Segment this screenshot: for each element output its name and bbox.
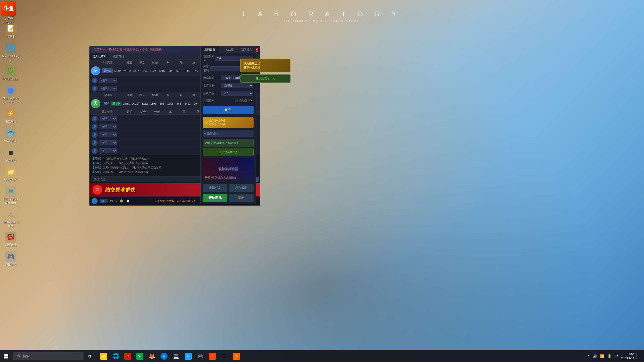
password-label: 设置密码 [203,65,210,72]
app8-icon: ! [209,353,216,360]
qq-icon: Q [185,353,192,360]
wechat-icon: W [136,353,143,360]
taskbar-game1[interactable]: G [122,350,134,362]
team-slot-dd-5[interactable]: 打开 [99,148,117,153]
douyu-logo-area[interactable]: 斗鱼 房间号 4317756 [1,1,16,24]
team-slot-dd-4[interactable]: 打开 [99,140,117,145]
slot-dropdown-1[interactable]: 打开 [99,78,117,83]
desktop-icon-img: 🛡 [5,65,16,76]
desktop-icon-item4[interactable]: 🛡 360安全卫士 [1,64,21,82]
task-view-button[interactable]: ⧉ [84,350,96,362]
desktop-icon-img: 🌐 [5,42,16,54]
desktop-icon-item11[interactable]: △ TRIANGLE 三角族 [1,207,21,229]
team-slot-icon-5: 👤 [92,148,98,154]
team-slot-dd-2[interactable]: 打开 [99,124,117,129]
team-slot-dd-1[interactable]: 打开 [99,116,117,121]
auto-start-label: 自动开局▶ [239,99,253,102]
taskbar-chrome[interactable]: 🌐 [110,350,122,362]
game-mode-badge: 🎮 [110,199,113,203]
desktop-icon-item12[interactable]: 👹 暗黑传说 [1,230,21,248]
explorer-icon: 📁 [100,353,107,360]
team-slot-dd-3[interactable]: 打开 [99,132,117,137]
enemy-name: 天啸·1 [102,102,109,105]
desktop-icon-item13[interactable]: 🎮 腾讯游戏 [1,250,21,268]
enemy-stat1: 1132 [141,102,148,105]
taskbar-explorer[interactable]: 📁 [98,350,110,362]
tray-lang[interactable]: 中 [614,353,619,359]
tray-volume[interactable]: 🔊 [592,353,598,359]
taskbar-qq[interactable]: Q [182,350,194,362]
taskbar-app3[interactable]: 🦊 [146,350,158,362]
desktop-icon-img: 📝 [5,23,16,34]
desktop-icon-item5[interactable]: ⬤ Google Chrome [1,83,21,105]
tab-recent-room[interactable]: 近7天房间 [90,53,109,60]
clock-time: 7:55 [621,352,634,356]
tab-grow-hero[interactable]: 成长英雄 [109,53,128,60]
toggle-checkbox[interactable] [235,99,238,102]
my-stat2: 1609 [141,69,148,72]
share-button[interactable]: 发布截图 [229,184,254,192]
taskbar-app8[interactable]: ! [206,350,218,362]
my-stat3: 1627 [149,69,156,72]
range-select[interactable]: ≤18 [221,91,253,96]
toggle-row: 开启数问 自动开局▶ [201,97,256,104]
app3-icon: 🦊 [148,353,155,360]
taskbar-edge[interactable]: e [158,350,170,362]
taskbar-search[interactable]: 🔍 搜索 [13,352,84,360]
taskbar-wechat[interactable]: W [134,350,146,362]
tab-personal-stats[interactable]: 个人战绩 [219,46,237,53]
desktop-icon-img: ⚡ [5,108,16,119]
desktop-icon-label: 腾讯游戏 [5,263,16,266]
game1-icon: G [124,353,131,360]
taskbar-app9[interactable]: 🛡 [218,350,230,362]
rec-box-right[interactable]: 建议您实名个人 [240,74,291,83]
limit-select[interactable]: 无限制 [221,83,253,88]
my-delay: 53ms [114,69,121,72]
desktop-icon-item3[interactable]: 🌐 Microsoft Edge [1,41,21,63]
start-menu-button[interactable] [0,350,12,362]
taskbar-app7[interactable]: 🎮 [194,350,206,362]
my-team-label: 天文年段 [102,110,122,114]
enemy-avatar: 天 [91,99,100,108]
window-live-label: 当前主机 [150,48,162,51]
inner-notice-text: 内置界面功能,如去配完选！ [205,141,251,145]
tab-room-settings[interactable]: 房间设置 [201,46,219,53]
desktop-icon-item9[interactable]: 📁 新建文件夹 [1,165,21,183]
desktop-icon-item10[interactable]: 🖥 Dell Display Manager [1,184,21,206]
show-desktop[interactable]: ▫ [636,353,641,359]
notif-box[interactable]: 成为新锐会员 尊享非凡特权 [240,59,291,72]
start-button[interactable]: 开始游戏 [203,194,227,202]
limit-label: 名将限制 [203,84,221,87]
lab-title: L A B O R A T O R Y [0,10,644,18]
svg-rect-2 [4,356,6,358]
my-player-avatar: 骑 [91,66,100,75]
windows-icon [4,354,9,359]
col-level: 综合 [137,61,147,64]
slot-dropdown-2[interactable]: 打开 [99,86,117,91]
rec-box[interactable]: 建议您实名个人 [203,148,254,156]
confirm-button[interactable]: 确定 [203,106,254,114]
tray-network[interactable]: 📶 [599,353,605,359]
system-clock[interactable]: 7:55 2023/1/14 [621,352,634,360]
app9-icon: 🛡 [221,353,228,360]
desktop-icon-item8[interactable]: ◼ 黑盒工坊 [1,145,21,164]
tab-my-items[interactable]: 我的道具 [237,46,256,53]
notif-button[interactable]: ⊕ 最新通知 [203,130,254,137]
desktop-icon-item6[interactable]: ⚡ 电竞加速 [1,106,21,125]
range-row: 挂机范围 ≤18 [201,89,256,97]
taskbar-app5[interactable]: 💻 [170,350,182,362]
desktop-icons-area: 🔷 必应 📝 记事本 🌐 Microsoft Edge 🛡 360安全卫士 ⬤ … [0,0,21,350]
tray-icon-1[interactable]: ∧ [586,353,591,359]
desktop-icon-img: ◼ [5,147,16,158]
exit-button[interactable]: 退出 [229,194,254,202]
enemy-badge: 王者中 [111,102,122,106]
desktop-icon-item7[interactable]: 🐟 鱼C工作室 [1,126,21,144]
taskbar-app10[interactable]: ⚡ [230,350,243,362]
col-delay: 延迟 [124,61,135,64]
friends-button[interactable]: 邀请好友 [203,184,227,192]
task-view-icon: ⧉ [86,353,93,360]
game-ad[interactable]: 双持神兵暗器 2023-09-09 送飞凡共演礼包 [203,158,254,180]
gold-member-banner[interactable]: ♦ 成为新锐会员 尊享非凡特权 [203,117,254,128]
tray-battery[interactable]: 🔋 [606,353,613,359]
system-tray: ∧ 🔊 📶 🔋 中 [586,353,619,359]
